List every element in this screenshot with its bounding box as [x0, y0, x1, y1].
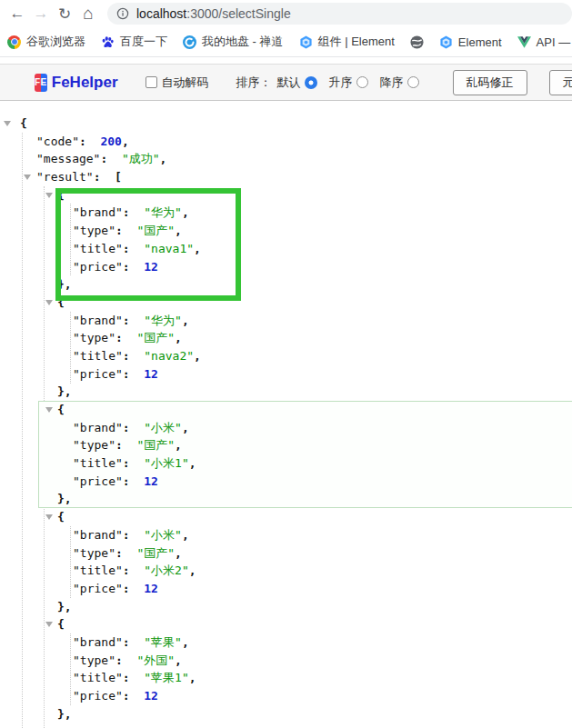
json-token: "price"	[73, 367, 123, 381]
bookmark-chrome[interactable]: 谷歌浏览器	[7, 34, 85, 50]
json-token: ,	[175, 438, 182, 452]
address-bar[interactable]: localhost:3000/selectSingle	[107, 3, 572, 25]
json-token: "小米"	[144, 421, 182, 434]
json-token: "brand"	[73, 421, 123, 434]
json-line: "brand": "苹果",	[0, 633, 572, 652]
json-token: "成功"	[122, 152, 160, 165]
json-line: "brand": "小米",	[0, 419, 572, 437]
json-token: [	[115, 170, 122, 184]
radio-icon[interactable]	[356, 76, 368, 88]
json-token: {	[57, 617, 65, 631]
bookmark-label: 组件 | Element	[318, 34, 395, 50]
sort-option-asc[interactable]: 升序	[329, 75, 368, 91]
collapse-arrow-icon[interactable]	[24, 175, 31, 180]
json-token: }	[57, 492, 65, 505]
collapse-arrow-icon[interactable]	[4, 121, 11, 126]
collapse-arrow-icon[interactable]	[45, 300, 53, 305]
radio-checked-icon[interactable]	[305, 76, 317, 89]
fix-encoding-button[interactable]: 乱码修正	[453, 70, 527, 95]
json-token: 12	[144, 689, 158, 703]
baidu-icon	[101, 35, 115, 49]
back-icon[interactable]: ←	[5, 2, 29, 25]
json-token: ,	[189, 671, 196, 684]
sort-option-default[interactable]: 默认	[277, 75, 317, 91]
json-line: "brand": "华为",	[0, 312, 572, 330]
json-token: 12	[144, 582, 158, 595]
json-token: "title"	[73, 456, 123, 470]
json-token: 200	[100, 135, 121, 148]
radio-icon[interactable]	[407, 76, 419, 88]
element-icon	[439, 35, 453, 49]
json-line: "type": "国产",	[0, 544, 572, 563]
bookmark-globe[interactable]	[410, 35, 424, 49]
json-token: "国产"	[136, 546, 175, 560]
json-line: "type": "国产",	[0, 329, 572, 347]
auto-decode-label: 自动解码	[162, 75, 209, 91]
json-token: ,	[65, 384, 72, 398]
json-token: "小米2"	[144, 563, 188, 577]
json-token: :	[115, 331, 136, 344]
json-token: 12	[144, 474, 158, 488]
json-token: "title"	[73, 563, 123, 577]
json-line: "title": "小米1",	[0, 454, 572, 473]
json-token: "price"	[73, 582, 123, 595]
json-line: "type": "外国",	[0, 652, 572, 670]
collapse-arrow-icon[interactable]	[45, 622, 53, 627]
bookmark-label: 百度一下	[120, 34, 167, 50]
bookmark-zentao[interactable]: 我的地盘 - 禅道	[183, 34, 284, 50]
json-token: "nava2"	[144, 349, 194, 363]
json-line: },	[0, 490, 572, 508]
sort-label: 排序：	[236, 75, 272, 91]
auto-decode-checkbox[interactable]	[146, 76, 157, 88]
bookmark-label: API — V	[537, 35, 572, 49]
bookmark-element-docs[interactable]: 组件 | Element	[299, 34, 395, 50]
json-token: "苹果1"	[144, 671, 188, 684]
json-token: :	[123, 474, 144, 488]
json-line: },	[0, 383, 572, 401]
collapse-arrow-icon[interactable]	[45, 193, 53, 198]
bookmark-baidu[interactable]: 百度一下	[101, 34, 167, 50]
bookmarks-bar: 谷歌浏览器 百度一下 我的地盘 - 禅道 组件 |	[0, 27, 572, 57]
auto-decode-option[interactable]: 自动解码	[146, 75, 209, 91]
json-line: {	[0, 115, 572, 133]
fehelper-toolbar: FE FeHelper 自动解码 排序： 默认 升序 降序 乱码修正 元数据	[0, 64, 572, 101]
browser-toolbar: ← → ↻ ⌂ localhost:3000/selectSingle	[0, 0, 572, 27]
json-token: "code"	[36, 135, 79, 148]
fehelper-logo-icon: FE	[35, 74, 47, 92]
json-token: ,	[182, 528, 189, 542]
json-token: :	[115, 653, 136, 667]
json-token: :	[123, 314, 144, 327]
bookmark-vue-api[interactable]: API — V	[517, 35, 572, 49]
json-line: "price": 12	[0, 365, 572, 384]
json-line: "title": "苹果1",	[0, 669, 572, 687]
json-token: "result"	[36, 170, 94, 184]
json-token: {	[57, 403, 65, 416]
json-token: "brand"	[73, 528, 123, 542]
json-token: :	[123, 689, 144, 703]
json-line: {	[0, 508, 572, 526]
globe-icon	[410, 35, 424, 49]
url-text: localhost:3000/selectSingle	[136, 6, 291, 21]
json-token: :	[123, 421, 144, 434]
home-icon[interactable]: ⌂	[76, 2, 100, 25]
json-line: "brand": "小米",	[0, 526, 572, 544]
bookmark-element[interactable]: Element	[439, 35, 502, 49]
element-icon	[299, 35, 313, 49]
forward-icon[interactable]: →	[29, 2, 53, 25]
json-token: }	[57, 384, 65, 398]
json-token: ,	[175, 331, 182, 344]
json-token: ,	[65, 707, 72, 721]
reload-icon[interactable]: ↻	[53, 2, 76, 25]
collapse-arrow-icon[interactable]	[45, 407, 53, 413]
json-token: "price"	[73, 474, 123, 488]
json-token: ,	[182, 421, 189, 434]
info-icon[interactable]	[116, 7, 129, 20]
json-token: :	[123, 635, 144, 649]
sort-option-desc[interactable]: 降序	[380, 75, 419, 91]
json-token: ,	[122, 135, 129, 148]
json-token: }	[57, 707, 65, 721]
metadata-button[interactable]: 元数据	[549, 70, 572, 95]
collapse-arrow-icon[interactable]	[45, 514, 53, 520]
json-token: :	[123, 582, 144, 595]
json-token: 12	[144, 367, 158, 381]
